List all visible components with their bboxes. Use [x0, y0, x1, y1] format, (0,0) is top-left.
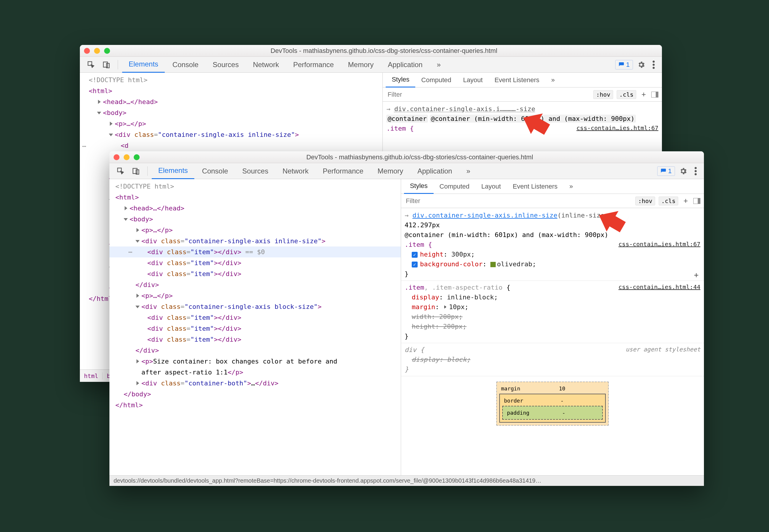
box-model[interactable]: margin10 border- padding- [496, 382, 609, 426]
tab-overflow-icon[interactable]: » [460, 163, 477, 179]
dom-doctype[interactable]: <!DOCTYPE html> [89, 74, 382, 85]
subtab-styles[interactable]: Styles [386, 73, 415, 87]
expand-icon[interactable] [444, 305, 446, 309]
checkbox-icon[interactable]: ✓ [412, 252, 418, 258]
maximize-window-icon[interactable] [104, 48, 110, 54]
color-swatch-icon[interactable] [491, 262, 496, 267]
dom-html-open[interactable]: <html> [89, 87, 112, 95]
dom-item[interactable]: <div class="item"></div> [147, 268, 401, 279]
dom-p[interactable]: <p>…</p> [141, 292, 173, 299]
crumb-html[interactable]: html [80, 372, 103, 379]
dom-body-open[interactable]: <body> [103, 109, 126, 116]
subtab-overflow-icon[interactable]: » [545, 73, 561, 87]
dom-div-close[interactable]: </div> [135, 347, 159, 354]
device-toggle-icon[interactable] [129, 165, 143, 177]
tab-console[interactable]: Console [195, 163, 234, 179]
window-title: DevTools - mathiasbynens.github.io/css-d… [140, 153, 700, 161]
hov-toggle[interactable]: :hov [635, 197, 655, 205]
cls-toggle[interactable]: .cls [659, 197, 678, 205]
subtab-event-listeners[interactable]: Event Listeners [489, 73, 545, 87]
tab-network[interactable]: Network [246, 57, 285, 73]
settings-icon[interactable] [634, 59, 648, 71]
subtab-layout[interactable]: Layout [475, 179, 507, 194]
sidebar-toggle-icon[interactable] [693, 198, 700, 204]
css-property[interactable]: display: inline-block; [405, 292, 700, 302]
close-window-icon[interactable] [114, 154, 119, 160]
dom-html-close[interactable]: </html> [115, 401, 143, 409]
container-link[interactable]: div.container-single-axis.inline-size [412, 212, 557, 219]
new-rule-icon[interactable]: + [640, 90, 648, 99]
subtab-layout[interactable]: Layout [457, 73, 489, 87]
tab-sources[interactable]: Sources [206, 57, 245, 73]
dom-selected-item[interactable]: ⋯ <div class="item"></div> == $0 [109, 246, 401, 257]
dom-body-close[interactable]: </body> [124, 390, 151, 398]
sidebar-toggle-icon[interactable] [651, 92, 658, 98]
tab-memory[interactable]: Memory [371, 163, 410, 179]
tab-console[interactable]: Console [166, 57, 205, 73]
issues-count: 1 [668, 167, 672, 175]
tab-overflow-icon[interactable]: » [430, 57, 447, 73]
css-property[interactable]: height: 200px; [405, 322, 700, 331]
subtab-overflow-icon[interactable]: » [564, 179, 579, 194]
tab-memory[interactable]: Memory [341, 57, 380, 73]
dom-item[interactable]: <div class="item"></div> [147, 257, 401, 268]
tab-application[interactable]: Application [381, 57, 429, 73]
inspect-element-icon[interactable] [84, 59, 98, 71]
checkbox-icon[interactable]: ✓ [412, 262, 418, 267]
rule-source-link[interactable]: css-contain…ies.html:67 [619, 240, 700, 249]
close-window-icon[interactable] [84, 48, 90, 54]
subtab-computed[interactable]: Computed [415, 73, 457, 87]
issues-badge[interactable]: 1 [615, 60, 633, 69]
css-property[interactable]: ✓height: 300px; [405, 249, 700, 259]
dom-html-open[interactable]: <html> [115, 194, 139, 201]
subtab-event-listeners[interactable]: Event Listeners [507, 179, 564, 194]
add-property-icon[interactable]: + [692, 269, 700, 281]
dom-item[interactable]: <div class="item"></div> [147, 323, 401, 334]
filter-input[interactable] [386, 90, 590, 100]
more-menu-icon[interactable] [650, 59, 658, 71]
tab-network[interactable]: Network [276, 163, 315, 179]
dom-head[interactable]: <head>…</head> [103, 98, 158, 106]
dom-tree[interactable]: <!DOCTYPE html> <html> <head>…</head> <b… [109, 179, 401, 412]
rule-source-link[interactable]: css-contain…ies.html:44 [619, 283, 700, 291]
tab-application[interactable]: Application [411, 163, 459, 179]
minimize-window-icon[interactable] [94, 48, 100, 54]
dom-div-close[interactable]: </div> [135, 281, 159, 288]
dom-item[interactable]: <div class="item"></div> [147, 312, 401, 323]
settings-icon[interactable] [676, 165, 690, 177]
dom-text[interactable]: <p>Size container: box changes color at … [135, 356, 401, 367]
subtab-computed[interactable]: Computed [434, 179, 476, 194]
dom-doctype[interactable]: <!DOCTYPE html> [115, 181, 401, 192]
new-rule-icon[interactable]: + [682, 196, 690, 205]
tab-performance[interactable]: Performance [316, 163, 370, 179]
dom-body-open[interactable]: <body> [129, 215, 153, 223]
tab-elements[interactable]: Elements [122, 57, 165, 73]
rule-source-link[interactable]: css-contain…ies.html:67 [577, 124, 658, 132]
css-property[interactable]: ✓background-color: olivedrab; [405, 259, 700, 269]
tab-elements[interactable]: Elements [152, 163, 194, 179]
cls-toggle[interactable]: .cls [617, 90, 636, 99]
dom-head[interactable]: <head>…</head> [129, 205, 184, 212]
tab-sources[interactable]: Sources [236, 163, 275, 179]
svg-rect-7 [133, 168, 137, 173]
container-link[interactable]: div.container-single-axis.i…………-size [394, 105, 535, 113]
dom-item[interactable]: <div class="item"></div> [147, 334, 401, 345]
annotation-arrow-icon [596, 201, 632, 233]
dom-p[interactable]: <p>…</p> [115, 120, 146, 127]
maximize-window-icon[interactable] [134, 154, 140, 160]
hov-toggle[interactable]: :hov [593, 90, 613, 99]
inspect-element-icon[interactable] [114, 165, 128, 177]
dom-div-container-1[interactable]: <div class="container-single-axis inline… [135, 236, 401, 246]
minimize-window-icon[interactable] [124, 154, 129, 160]
dom-div-container-2[interactable]: <div class="container-single-axis block-… [135, 301, 401, 312]
css-property[interactable]: width: 200px; [405, 312, 700, 322]
subtab-styles[interactable]: Styles [404, 179, 434, 194]
css-property[interactable]: display: block; [405, 355, 700, 364]
issues-badge[interactable]: 1 [657, 166, 675, 176]
dom-div-container-both[interactable]: <div class="container-both">…</div> [135, 378, 401, 389]
more-menu-icon[interactable] [692, 165, 700, 177]
dom-p[interactable]: <p>…</p> [141, 226, 173, 234]
css-property[interactable]: margin: 10px; [405, 302, 700, 312]
device-toggle-icon[interactable] [99, 59, 114, 71]
tab-performance[interactable]: Performance [286, 57, 340, 73]
